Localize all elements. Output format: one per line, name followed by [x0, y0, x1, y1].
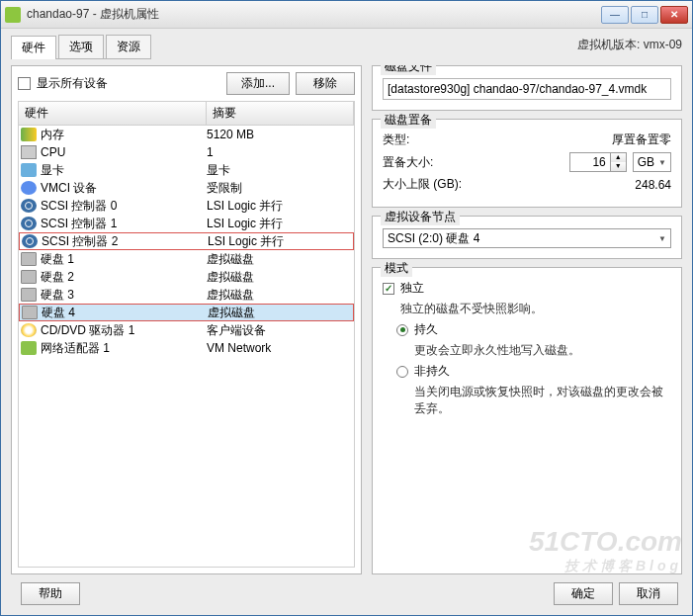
hardware-summary: 1	[207, 145, 354, 159]
show-all-devices-label: 显示所有设备	[37, 75, 108, 92]
disk-provisioning-legend: 磁盘置备	[381, 112, 436, 129]
minimize-button[interactable]: —	[601, 6, 629, 24]
table-row[interactable]: SCSI 控制器 1LSI Logic 并行	[19, 215, 354, 232]
hardware-name: 内存	[41, 127, 207, 143]
hardware-summary: 虚拟磁盘	[208, 305, 353, 321]
type-value: 厚置备置零	[472, 132, 671, 148]
hardware-summary: 5120 MB	[207, 128, 354, 141]
vm-properties-window: chandao-97 - 虚拟机属性 — □ ✕ 硬件 选项 资源 虚拟机版本:…	[0, 0, 693, 616]
cancel-button[interactable]: 取消	[619, 582, 678, 605]
hardware-summary: 显卡	[207, 162, 354, 179]
table-row[interactable]: 硬盘 2虚拟磁盘	[19, 268, 354, 286]
virtual-device-node-legend: 虚拟设备节点	[381, 209, 460, 225]
close-button[interactable]: ✕	[660, 6, 688, 24]
cpu-icon	[21, 145, 37, 159]
maximize-button[interactable]: □	[631, 6, 658, 24]
mode-legend: 模式	[381, 260, 412, 277]
tab-hardware[interactable]: 硬件	[11, 36, 56, 59]
hardware-name: 硬盘 2	[41, 269, 207, 286]
nonpersistent-label: 非持久	[414, 363, 450, 380]
table-row[interactable]: 硬盘 3虚拟磁盘	[19, 286, 354, 304]
independent-label: 独立	[400, 280, 424, 297]
disk-icon	[21, 270, 37, 284]
hardware-summary: LSI Logic 并行	[208, 233, 353, 250]
hardware-summary: 客户端设备	[207, 322, 354, 339]
hardware-name: 硬盘 1	[41, 251, 207, 268]
tab-resources[interactable]: 资源	[106, 35, 151, 58]
table-row[interactable]: 内存5120 MB	[19, 126, 354, 143]
hardware-name: 网络适配器 1	[41, 340, 207, 357]
mode-group: 模式 独立 独立的磁盘不受快照影响。 持久 更改会立即永久性地写入磁盘。	[372, 267, 682, 574]
spin-up-icon[interactable]: ▲	[611, 153, 626, 162]
provisioned-size-label: 置备大小:	[383, 154, 472, 171]
help-button[interactable]: 帮助	[21, 582, 80, 605]
add-button[interactable]: 添加...	[226, 72, 290, 95]
remove-button[interactable]: 移除	[296, 72, 355, 95]
mem-icon	[21, 128, 37, 141]
hardware-name: CD/DVD 驱动器 1	[41, 322, 207, 339]
virtual-device-node-select[interactable]: SCSI (2:0) 硬盘 4 ▼	[383, 228, 671, 248]
table-row[interactable]: CPU1	[19, 143, 354, 161]
tabs: 硬件 选项 资源	[11, 35, 151, 59]
table-row[interactable]: 网络适配器 1VM Network	[19, 339, 354, 357]
size-unit-select[interactable]: GB ▼	[633, 152, 671, 172]
hardware-summary: LSI Logic 并行	[207, 216, 354, 232]
persistent-label: 持久	[414, 321, 438, 338]
provisioned-size-spinner[interactable]: ▲▼	[569, 152, 627, 172]
chevron-down-icon: ▼	[658, 234, 666, 243]
independent-desc: 独立的磁盘不受快照影响。	[400, 301, 671, 317]
hardware-name: 显卡	[41, 162, 207, 179]
col-hardware[interactable]: 硬件	[19, 102, 207, 125]
hardware-summary: 虚拟磁盘	[207, 251, 354, 268]
table-row[interactable]: CD/DVD 驱动器 1客户端设备	[19, 321, 354, 339]
hardware-name: SCSI 控制器 0	[41, 198, 207, 215]
hardware-summary: 受限制	[207, 180, 354, 197]
vm-version-label: 虚拟机版本: vmx-09	[577, 37, 682, 53]
vmci-icon	[21, 181, 37, 195]
table-row[interactable]: 显卡显卡	[19, 161, 354, 179]
table-row[interactable]: VMCI 设备受限制	[19, 179, 354, 197]
app-icon	[5, 7, 21, 23]
table-row[interactable]: 硬盘 1虚拟磁盘	[19, 250, 354, 268]
table-row[interactable]: SCSI 控制器 2LSI Logic 并行	[19, 232, 354, 250]
hardware-name: 硬盘 3	[41, 287, 207, 304]
table-row[interactable]: 硬盘 4虚拟磁盘	[19, 304, 354, 321]
footer: 帮助 确定 取消	[11, 582, 682, 605]
disk-file-legend: 磁盘文件	[381, 65, 436, 75]
scsi-icon	[22, 234, 38, 248]
cd-icon	[21, 323, 37, 337]
col-summary[interactable]: 摘要	[207, 102, 354, 125]
tab-options[interactable]: 选项	[58, 35, 104, 58]
virtual-device-node-group: 虚拟设备节点 SCSI (2:0) 硬盘 4 ▼	[372, 216, 682, 259]
hardware-summary: VM Network	[207, 341, 354, 355]
type-label: 类型:	[383, 132, 472, 148]
details-panel: 磁盘文件 [datastore930g] chandao-97/chandao-…	[372, 65, 682, 574]
window-title: chandao-97 - 虚拟机属性	[27, 6, 601, 23]
scsi-icon	[21, 217, 37, 230]
disk-file-group: 磁盘文件 [datastore930g] chandao-97/chandao-…	[372, 65, 682, 111]
persistent-desc: 更改会立即永久性地写入磁盘。	[414, 342, 671, 359]
hardware-summary: 虚拟磁盘	[207, 287, 354, 304]
hardware-name: 硬盘 4	[42, 305, 208, 321]
hardware-list-header: 硬件 摘要	[18, 101, 355, 126]
titlebar[interactable]: chandao-97 - 虚拟机属性 — □ ✕	[1, 1, 692, 29]
spin-down-icon[interactable]: ▼	[611, 162, 626, 171]
show-all-devices-checkbox[interactable]	[18, 77, 31, 90]
disk-file-value[interactable]: [datastore930g] chandao-97/chandao-97_4.…	[383, 78, 671, 100]
hardware-list[interactable]: 内存5120 MBCPU1显卡显卡VMCI 设备受限制SCSI 控制器 0LSI…	[18, 126, 355, 568]
hardware-name: VMCI 设备	[41, 180, 207, 197]
chevron-down-icon: ▼	[658, 158, 666, 167]
table-row[interactable]: SCSI 控制器 0LSI Logic 并行	[19, 197, 354, 215]
disk-icon	[21, 252, 37, 266]
disp-icon	[21, 163, 37, 177]
hardware-summary: LSI Logic 并行	[207, 198, 354, 215]
provisioned-size-input[interactable]	[570, 153, 610, 171]
net-icon	[21, 341, 37, 355]
hardware-name: SCSI 控制器 1	[41, 216, 207, 232]
persistent-radio[interactable]	[396, 324, 408, 336]
hardware-panel: 显示所有设备 添加... 移除 硬件 摘要 内存5120 MBCPU1显卡显卡V…	[11, 65, 362, 574]
ok-button[interactable]: 确定	[554, 582, 613, 605]
hardware-name: SCSI 控制器 2	[42, 233, 208, 250]
nonpersistent-radio[interactable]	[396, 366, 408, 378]
independent-checkbox[interactable]	[383, 283, 394, 295]
